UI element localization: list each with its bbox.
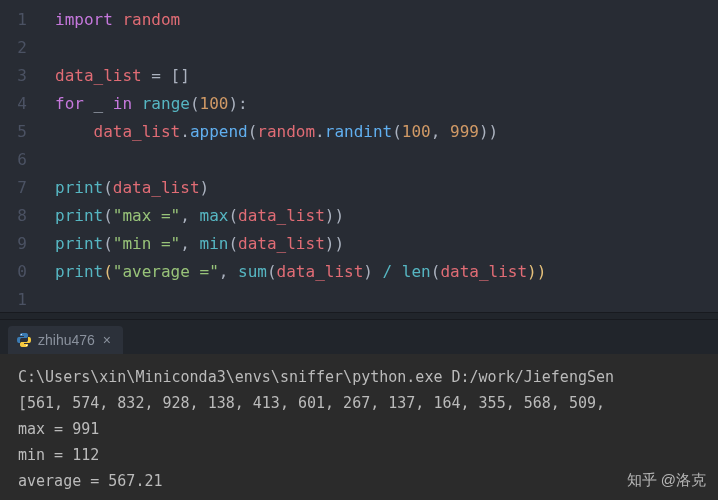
line-number: 1 — [0, 286, 27, 314]
code-line: import random — [55, 6, 718, 34]
code-line: data_list.append(random.randint(100, 999… — [55, 118, 718, 146]
line-number: 3 — [0, 62, 27, 90]
svg-point-0 — [21, 334, 22, 335]
line-number: 8 — [0, 202, 27, 230]
code-area[interactable]: import random data_list = []for _ in ran… — [35, 0, 718, 312]
code-line — [55, 34, 718, 62]
close-icon[interactable]: × — [101, 332, 113, 348]
line-number: 9 — [0, 230, 27, 258]
code-line: print("average =", sum(data_list) / len(… — [55, 258, 718, 286]
terminal-line: average = 567.21 — [18, 468, 718, 494]
terminal-output[interactable]: C:\Users\xin\Miniconda3\envs\sniffer\pyt… — [0, 354, 718, 500]
line-number: 6 — [0, 146, 27, 174]
line-number: 1 — [0, 6, 27, 34]
code-line: print("min =", min(data_list)) — [55, 230, 718, 258]
line-number: 7 — [0, 174, 27, 202]
code-line: print("max =", max(data_list)) — [55, 202, 718, 230]
watermark: 知乎 @洛克 — [627, 471, 706, 490]
svg-point-1 — [26, 345, 27, 346]
line-number: 5 — [0, 118, 27, 146]
line-number: 2 — [0, 34, 27, 62]
terminal-tab-bar: zhihu476 × — [0, 320, 718, 354]
code-line: for _ in range(100): — [55, 90, 718, 118]
terminal-line: max = 991 — [18, 416, 718, 442]
terminal-line: C:\Users\xin\Miniconda3\envs\sniffer\pyt… — [18, 364, 718, 390]
panel-divider[interactable] — [0, 312, 718, 320]
code-line — [55, 146, 718, 174]
terminal-line: [561, 574, 832, 928, 138, 413, 601, 267,… — [18, 390, 718, 416]
code-line: data_list = [] — [55, 62, 718, 90]
line-number: 0 — [0, 258, 27, 286]
terminal-tab[interactable]: zhihu476 × — [8, 326, 123, 354]
code-line: print(data_list) — [55, 174, 718, 202]
terminal-line: min = 112 — [18, 442, 718, 468]
code-editor[interactable]: 1 2 3 4 5 6 7 8 9 0 1 import random data… — [0, 0, 718, 312]
python-icon — [16, 332, 32, 348]
line-number-gutter: 1 2 3 4 5 6 7 8 9 0 1 — [0, 0, 35, 312]
line-number: 4 — [0, 90, 27, 118]
terminal-tab-label: zhihu476 — [38, 332, 95, 348]
